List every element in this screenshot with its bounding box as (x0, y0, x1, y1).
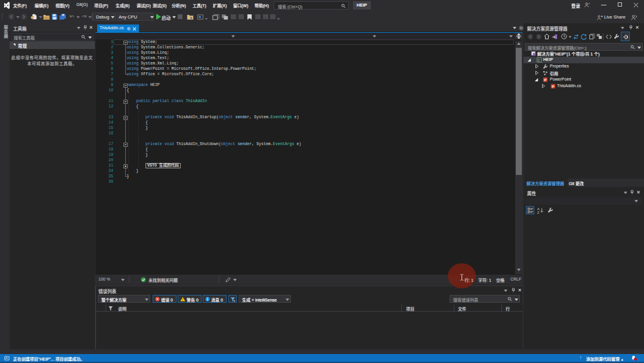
svg-text:P: P (544, 77, 546, 81)
svg-text:P: P (552, 84, 554, 88)
svg-text:C: C (538, 59, 540, 61)
svg-text:Z: Z (537, 211, 540, 214)
